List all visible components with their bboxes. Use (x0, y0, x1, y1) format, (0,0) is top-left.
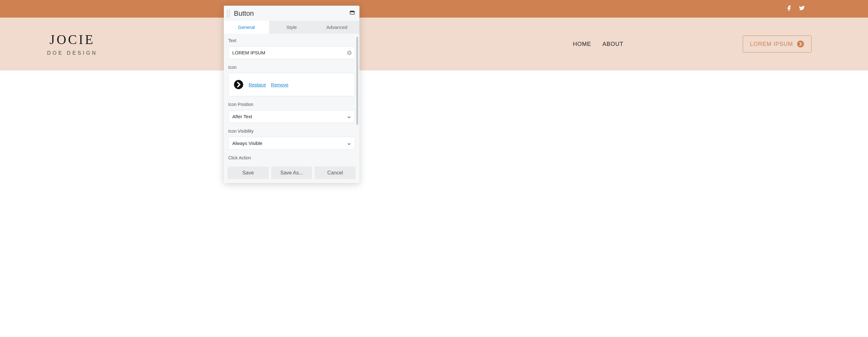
field-text: Text (228, 38, 355, 59)
panel-tabs: General Style Advanced (224, 21, 360, 34)
main-nav: HOME ABOUT (573, 41, 623, 48)
tab-general[interactable]: General (224, 21, 269, 34)
label-text: Text (228, 38, 355, 43)
facebook-icon[interactable] (786, 5, 793, 13)
text-input[interactable] (228, 46, 355, 59)
svg-rect-2 (350, 11, 354, 12)
nav-about[interactable]: ABOUT (602, 41, 623, 48)
panel-body: Text Icon Replace Remove Icon Position A (224, 34, 360, 71)
brand: JOCIE DOE DESIGN (47, 32, 97, 56)
drag-handle-icon[interactable] (227, 10, 230, 17)
tab-style[interactable]: Style (269, 21, 314, 34)
chevron-circle-right-icon (797, 40, 804, 48)
settings-panel: Button General Style Advanced Text Icon (224, 6, 360, 71)
brand-subtitle: DOE DESIGN (47, 50, 97, 56)
panel-header: Button (224, 6, 360, 21)
tab-advanced[interactable]: Advanced (314, 21, 360, 34)
svg-point-0 (797, 40, 804, 48)
cta-label: LOREM IPSUM (750, 41, 793, 48)
responsive-toggle-icon[interactable] (349, 10, 355, 17)
topbar (0, 0, 868, 18)
insert-placeholder-icon[interactable] (347, 50, 352, 55)
nav-home[interactable]: HOME (573, 41, 591, 48)
twitter-icon[interactable] (798, 5, 805, 13)
brand-name: JOCIE (47, 32, 97, 47)
label-icon: Icon (228, 65, 355, 70)
site-header: JOCIE DOE DESIGN HOME ABOUT LOREM IPSUM (0, 18, 868, 71)
cta-button[interactable]: LOREM IPSUM (743, 35, 811, 53)
field-icon: Icon Replace Remove (228, 65, 355, 71)
panel-title: Button (234, 9, 349, 18)
